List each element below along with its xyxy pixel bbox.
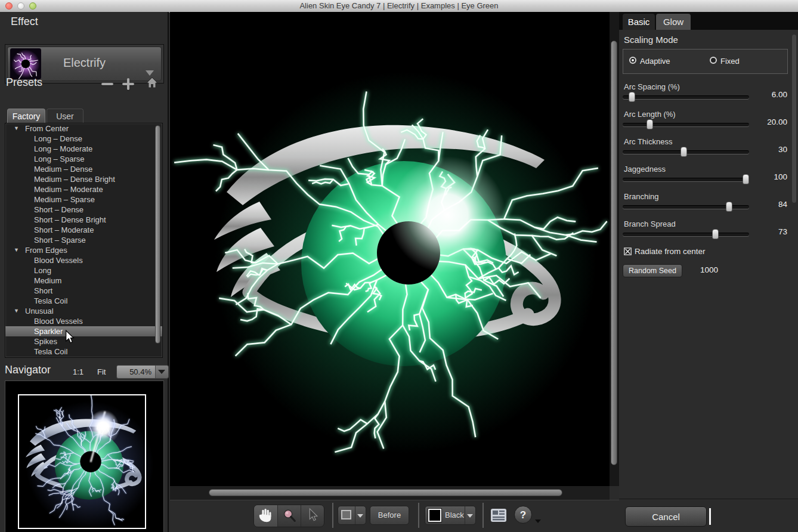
- help-menu-arrow-icon[interactable]: [535, 519, 541, 523]
- preset-item[interactable]: Short – Dense: [5, 205, 162, 215]
- footer: Cancel: [619, 499, 798, 532]
- preset-group[interactable]: ▼From Edges: [5, 245, 162, 255]
- collapse-arrow-icon[interactable]: ▼: [14, 245, 19, 255]
- slider-value: 100: [774, 172, 787, 181]
- tab-factory[interactable]: Factory: [7, 109, 45, 123]
- background-color-dropdown[interactable]: Black: [425, 506, 476, 525]
- slider-track[interactable]: [623, 205, 749, 209]
- radio-adaptive[interactable]: Adaptive: [629, 57, 670, 66]
- settings-panel-button[interactable]: [490, 508, 507, 522]
- preset-item[interactable]: Blood Vessels: [5, 255, 162, 265]
- slider-thumb[interactable]: [629, 92, 635, 102]
- before-button[interactable]: Before: [370, 506, 409, 525]
- slider-thumb[interactable]: [647, 119, 653, 129]
- preset-group[interactable]: ▼Unusual: [5, 306, 162, 316]
- radio-fixed[interactable]: Fixed: [710, 57, 740, 66]
- remove-preset-button[interactable]: [100, 76, 115, 91]
- zoom-tool-button[interactable]: [277, 505, 301, 527]
- slider-track[interactable]: [623, 233, 749, 236]
- slider-track[interactable]: [623, 178, 749, 181]
- canvas-vertical-scrollbar[interactable]: [610, 12, 619, 486]
- background-dropdown-arrow[interactable]: [465, 506, 475, 524]
- zoom-level-dropdown[interactable]: 50.4%: [116, 365, 169, 379]
- preset-item[interactable]: Long – Sparse: [5, 154, 162, 164]
- hand-tool-button[interactable]: [254, 505, 277, 527]
- minimize-button[interactable]: [17, 2, 24, 10]
- slider-stack: Arc Spacing (%)6.00Arc Length (%)20.00Ar…: [623, 81, 792, 246]
- hand-icon: [258, 508, 273, 524]
- scaling-mode-group: Adaptive Fixed: [623, 49, 788, 74]
- preset-item[interactable]: Long – Moderate: [5, 144, 162, 154]
- slider-thumb[interactable]: [712, 229, 719, 239]
- random-seed-button[interactable]: Random Seed: [623, 264, 682, 277]
- fit-button[interactable]: Fit: [97, 367, 106, 376]
- preset-item[interactable]: Short – Dense Bright: [5, 215, 162, 225]
- settings-panel: Basic Glow Scaling Mode Adaptive Fixed A…: [619, 12, 798, 499]
- slider-row: Jaggedness100: [623, 163, 792, 191]
- preset-item[interactable]: Short – Sparse: [5, 235, 162, 245]
- radio-fixed-label: Fixed: [720, 57, 740, 66]
- add-preset-button[interactable]: [121, 76, 135, 91]
- minus-icon: [101, 83, 113, 85]
- preset-item[interactable]: Sparkler: [5, 326, 162, 336]
- view-dropdown-arrow[interactable]: [355, 506, 366, 524]
- zoom-level-value: 50.4%: [117, 366, 155, 378]
- preset-item[interactable]: Medium – Sparse: [5, 194, 162, 205]
- navigator-preview[interactable]: [5, 381, 164, 532]
- slider-thumb[interactable]: [681, 147, 687, 157]
- panel-icon: [490, 508, 507, 522]
- navigator-view-rect[interactable]: [18, 394, 146, 529]
- preset-item[interactable]: Medium – Dense Bright: [5, 174, 162, 184]
- actual-size-button[interactable]: 1:1: [73, 367, 83, 376]
- window-title: Alien Skin Eye Candy 7 | Electrify | Exa…: [0, 0, 798, 12]
- canvas-horizontal-scroll-thumb[interactable]: [209, 489, 562, 496]
- ok-button-edge[interactable]: [709, 508, 711, 525]
- slider-thumb[interactable]: [726, 202, 732, 212]
- slider-value: 30: [778, 145, 787, 154]
- background-color-value: Black: [445, 506, 464, 524]
- magnifier-icon: [282, 508, 297, 524]
- slider-value: 6.00: [772, 90, 787, 99]
- navigator-header: Navigator: [5, 364, 51, 376]
- random-seed-value: 1000: [700, 265, 718, 274]
- tab-basic[interactable]: Basic: [623, 14, 655, 30]
- settings-scrollbar[interactable]: [792, 35, 796, 203]
- presets-header: Presets: [6, 76, 42, 89]
- collapse-arrow-icon[interactable]: ▼: [14, 123, 19, 134]
- view-mode-dropdown[interactable]: [338, 506, 366, 525]
- preset-item[interactable]: Tesla Coil: [5, 296, 162, 306]
- zoom-dropdown-arrow[interactable]: [155, 366, 168, 378]
- preset-item[interactable]: Spikes: [5, 336, 162, 347]
- preset-item[interactable]: Short – Moderate: [5, 225, 162, 235]
- slider-thumb[interactable]: [743, 174, 749, 184]
- preset-item[interactable]: Long – Dense: [5, 134, 162, 144]
- preset-item[interactable]: Tesla Coil: [5, 347, 162, 357]
- preset-item[interactable]: Medium – Moderate: [5, 184, 162, 194]
- slider-track[interactable]: [623, 150, 749, 154]
- close-button[interactable]: [5, 2, 13, 10]
- collapse-arrow-icon[interactable]: ▼: [14, 306, 19, 316]
- slider-label: Branching: [624, 192, 659, 201]
- tab-glow[interactable]: Glow: [656, 14, 691, 30]
- canvas-vertical-scroll-thumb[interactable]: [611, 41, 617, 465]
- cancel-button[interactable]: Cancel: [625, 506, 707, 527]
- help-button[interactable]: ?: [514, 506, 532, 524]
- select-tool-button[interactable]: [301, 505, 324, 527]
- preset-item[interactable]: Blood Vessels: [5, 316, 162, 326]
- slider-track[interactable]: [623, 95, 749, 99]
- preset-group[interactable]: ▼From Center: [5, 123, 162, 134]
- canvas-horizontal-scrollbar[interactable]: [170, 486, 610, 500]
- preset-item[interactable]: Medium – Dense: [5, 164, 162, 174]
- slider-track[interactable]: [623, 123, 749, 126]
- preset-item[interactable]: Short: [5, 286, 162, 296]
- titlebar[interactable]: Alien Skin Eye Candy 7 | Electrify | Exa…: [0, 0, 798, 13]
- preset-item[interactable]: Medium: [5, 276, 162, 286]
- preset-item[interactable]: Long: [5, 265, 162, 276]
- preset-list-scrollbar[interactable]: [155, 125, 160, 344]
- plugin-window: Alien Skin Eye Candy 7 | Electrify | Exa…: [0, 0, 798, 532]
- home-preset-button[interactable]: [145, 75, 159, 89]
- radiate-checkbox[interactable]: Radiate from center: [624, 247, 706, 256]
- zoom-button[interactable]: [29, 2, 36, 10]
- tab-user[interactable]: User: [47, 109, 83, 123]
- preview-canvas[interactable]: [170, 12, 610, 486]
